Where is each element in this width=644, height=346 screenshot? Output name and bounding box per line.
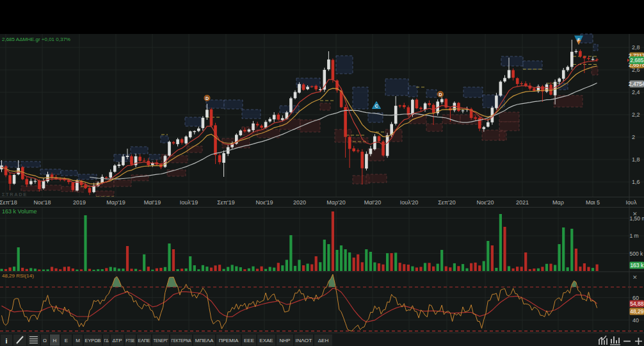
- svg-text:ΕΛΠΕ: ΕΛΠΕ: [138, 338, 150, 343]
- svg-text:ΙΝΛΟΤ: ΙΝΛΟΤ: [296, 338, 312, 343]
- svg-text:2020: 2020: [293, 199, 306, 206]
- svg-text:ΕΥΡΩΒ: ΕΥΡΩΒ: [85, 338, 101, 343]
- svg-text:60: 60: [632, 295, 639, 301]
- svg-text:ΤΕΝΕΡΓ: ΤΕΝΕΡΓ: [154, 338, 168, 343]
- svg-text:Νοε'19: Νοε'19: [255, 199, 273, 206]
- svg-text:2,4754: 2,4754: [629, 81, 644, 87]
- svg-text:Ιουλ'20: Ιουλ'20: [400, 199, 419, 206]
- svg-text:ΔΤΡ: ΔΤΡ: [112, 338, 122, 343]
- svg-text:ΓΕΚΤΕΡΝΑ: ΓΕΚΤΕΡΝΑ: [172, 338, 191, 343]
- svg-text:M: M: [76, 338, 80, 343]
- svg-text:Νοε'20: Νοε'20: [476, 199, 494, 206]
- svg-text:H: H: [53, 338, 57, 343]
- svg-text:Νοε'18: Νοε'18: [33, 199, 51, 206]
- svg-text:48,29: 48,29: [630, 308, 644, 315]
- svg-text:1 m: 1 m: [630, 233, 639, 239]
- svg-text:Μαρ'20: Μαρ'20: [326, 199, 346, 206]
- svg-text:ΣTRADE: ΣTRADE: [2, 192, 28, 197]
- svg-text:54,88: 54,88: [630, 301, 644, 307]
- svg-text:✕: ✕: [632, 274, 638, 281]
- svg-text:ΔΕΗ: ΔΕΗ: [318, 338, 329, 343]
- svg-text:40: 40: [632, 317, 639, 324]
- svg-text:Σεπ'18: Σεπ'18: [0, 199, 17, 206]
- svg-text:ΕΧΑΕ: ΕΧΑΕ: [259, 338, 273, 343]
- svg-text:FTSE: FTSE: [126, 338, 135, 343]
- svg-text:2,8: 2,8: [632, 44, 640, 51]
- svg-text:Ιουλ'19: Ιουλ'19: [180, 199, 198, 206]
- svg-text:Μαρ'19: Μαρ'19: [106, 199, 125, 206]
- svg-text:ΕΕΕ: ΕΕΕ: [244, 338, 254, 343]
- svg-text:Μαϊ'19: Μαϊ'19: [144, 199, 161, 206]
- svg-text:i: i: [5, 337, 7, 345]
- svg-text:2,685 ΑΔΜΗΕ.gr +0,01 0,37%: 2,685 ΑΔΜΗΕ.gr +0,01 0,37%: [2, 37, 70, 42]
- svg-text:C: C: [375, 104, 378, 108]
- svg-text:500 k: 500 k: [630, 251, 644, 257]
- svg-text:Μαϊ'20: Μαϊ'20: [364, 199, 381, 206]
- svg-text:2: 2: [632, 134, 635, 140]
- svg-text:✕: ✕: [632, 211, 638, 217]
- svg-text:E: E: [65, 338, 68, 343]
- svg-text:Μαι 5: Μαι 5: [586, 199, 600, 206]
- svg-text:Ιουλ: Ιουλ: [626, 199, 637, 206]
- svg-text:Ω: Ω: [43, 338, 47, 343]
- svg-text:1,6: 1,6: [632, 179, 640, 185]
- svg-text:2019: 2019: [73, 199, 86, 206]
- svg-text:Σεπ'20: Σεπ'20: [438, 199, 456, 206]
- svg-text:Μαρ: Μαρ: [552, 199, 564, 206]
- svg-text:48,29 RSI(14): 48,29 RSI(14): [2, 273, 34, 279]
- svg-text:2021: 2021: [516, 199, 529, 206]
- svg-text:F: F: [577, 38, 580, 42]
- svg-text:D: D: [205, 96, 209, 101]
- svg-text:2,2: 2,2: [632, 111, 640, 118]
- svg-text:ΓΔ: ΓΔ: [104, 338, 109, 343]
- svg-text:1,8: 1,8: [632, 156, 640, 163]
- svg-text:ΝΗΡ: ΝΗΡ: [280, 338, 291, 343]
- svg-text:2,685: 2,685: [630, 57, 644, 63]
- svg-text:ΠΡΕΜΙΑ: ΠΡΕΜΙΑ: [219, 338, 239, 343]
- svg-text:163 k Volume: 163 k Volume: [2, 208, 37, 215]
- svg-text:ΜΠΕΛΑ: ΜΠΕΛΑ: [195, 338, 214, 343]
- svg-text:Σεπ'19: Σεπ'19: [217, 199, 235, 206]
- svg-text:163 k: 163 k: [630, 262, 644, 268]
- svg-text:D: D: [439, 92, 442, 97]
- svg-text:2,4: 2,4: [632, 89, 640, 95]
